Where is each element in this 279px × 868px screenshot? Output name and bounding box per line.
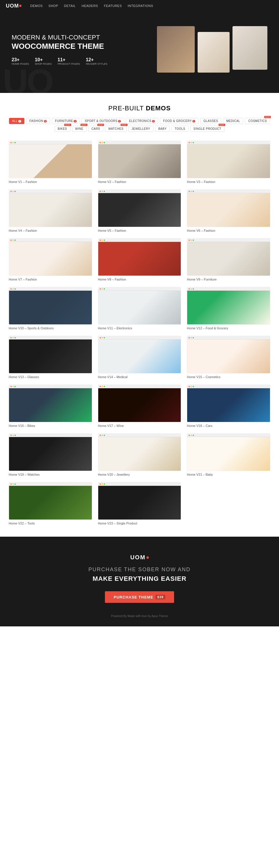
demo-grid: Home V1 – FashionHome V2 – FashionHome V… bbox=[9, 141, 270, 525]
demo-label: Home V14 – Medical bbox=[98, 375, 182, 379]
demo-item: Home V10 – Sports & Outdoors bbox=[9, 287, 92, 330]
hero-line2: WOOCOMMERCE THEME bbox=[11, 41, 108, 52]
demo-thumbnail[interactable] bbox=[9, 336, 92, 373]
browser-bar bbox=[187, 385, 270, 388]
demo-item: Home V7 – Fashion bbox=[9, 238, 92, 281]
demo-item: Home V20 – Jewellery bbox=[98, 433, 182, 476]
demo-thumbnail[interactable] bbox=[98, 433, 182, 471]
hero-text: MODERN & MULTI-CONCEPT WOOCOMMERCE THEME… bbox=[11, 33, 108, 65]
demos-title: PRE-BUILT DEMOS bbox=[9, 104, 270, 112]
demo-thumbnail[interactable] bbox=[98, 336, 182, 373]
demo-thumbnail[interactable] bbox=[98, 384, 182, 422]
demo-thumbnail[interactable] bbox=[187, 141, 270, 178]
filter-tab-cosmetics[interactable]: COSMETICSNew! bbox=[245, 118, 270, 124]
nav-item-shop[interactable]: SHOP bbox=[49, 4, 58, 7]
nav-menu: DEMOSSHOPDETAILHEADERSFEATURESINTEGRATIO… bbox=[30, 4, 153, 7]
demo-item: Home V11 – Electronics bbox=[98, 287, 182, 330]
demo-thumbnail[interactable] bbox=[187, 433, 270, 471]
demo-label: Home V9 – Furniture bbox=[187, 278, 270, 281]
demo-thumbnail[interactable] bbox=[187, 238, 270, 276]
demo-item: Home V23 – Single Product bbox=[98, 482, 182, 525]
demo-thumbnail[interactable] bbox=[9, 238, 92, 276]
purchase-btn-price: $39 bbox=[156, 595, 165, 599]
demo-thumbnail[interactable] bbox=[187, 189, 270, 227]
filter-tab-all[interactable]: ALL9 bbox=[9, 118, 25, 124]
demo-item: Home V14 – Medical bbox=[98, 336, 182, 379]
footer-logo-dot bbox=[146, 556, 149, 559]
hero-line1: MODERN & MULTI-CONCEPT bbox=[11, 33, 108, 42]
hero-section: MODERN & MULTI-CONCEPT WOOCOMMERCE THEME… bbox=[0, 11, 279, 93]
purchase-btn-label: PURCHASE THEME bbox=[114, 595, 153, 599]
demo-thumbnail[interactable] bbox=[98, 287, 182, 325]
browser-bar bbox=[9, 287, 92, 291]
demo-thumbnail[interactable] bbox=[9, 189, 92, 227]
filter-tab-sport-&-outdoors[interactable]: SPORT & OUTDOORS2 bbox=[82, 118, 124, 124]
footer-tagline: PURCHASE THE SOBER NOW AND bbox=[11, 566, 268, 573]
demo-label: Home V11 – Electronics bbox=[98, 327, 182, 330]
filter-tab-fashion[interactable]: FASHION4 bbox=[26, 118, 50, 124]
filter-tab-watches[interactable]: WATCHESNew! bbox=[105, 126, 127, 132]
nav-item-demos[interactable]: DEMOS bbox=[30, 4, 43, 7]
filter-tab-single-product[interactable]: SINGLE PRODUCTNew! bbox=[190, 126, 225, 132]
demo-thumbnail[interactable] bbox=[98, 141, 182, 178]
browser-bar bbox=[187, 141, 270, 144]
demo-label: Home V3 – Fashion bbox=[187, 180, 270, 184]
filter-tab-glasses[interactable]: GLASSES bbox=[200, 118, 221, 124]
footer-tagline2: MAKE EVERYTHING EASIER bbox=[11, 575, 268, 583]
filter-tab-cars[interactable]: CARSNew! bbox=[88, 126, 104, 132]
browser-bar bbox=[187, 239, 270, 242]
demo-label: Home V8 – Fashion bbox=[98, 278, 182, 281]
footer-bottom-text: Powered By Made with love by Apus Theme bbox=[11, 615, 268, 618]
filter-tab-food-&-grocery[interactable]: FOOD & GROCERY1 bbox=[160, 118, 198, 124]
nav-item-headers[interactable]: HEADERS bbox=[82, 4, 98, 7]
browser-bar bbox=[98, 287, 181, 291]
demo-thumbnail[interactable] bbox=[187, 384, 270, 422]
demo-thumbnail[interactable] bbox=[98, 238, 182, 276]
demo-thumbnail[interactable] bbox=[9, 433, 92, 471]
demo-item: Home V17 – Wine bbox=[98, 384, 182, 428]
demo-thumbnail[interactable] bbox=[98, 482, 182, 520]
demo-item: Home V13 – Glasses bbox=[9, 336, 92, 379]
hero-stats: 23+HOME PAGES10+SHOP PAGES11+PRODUCT PAG… bbox=[11, 57, 108, 65]
nav-item-integrations[interactable]: INTEGRATIONS bbox=[128, 4, 153, 7]
browser-bar bbox=[98, 385, 181, 388]
demo-thumbnail[interactable] bbox=[9, 287, 92, 325]
demo-item: Home V9 – Furniture bbox=[187, 238, 270, 281]
filter-tab-wine[interactable]: WINENew! bbox=[72, 126, 87, 132]
demo-thumbnail[interactable] bbox=[187, 287, 270, 325]
filter-tab-medical[interactable]: MEDICAL bbox=[223, 118, 243, 124]
demo-item: Home V2 – Fashion bbox=[98, 141, 182, 184]
demo-label: Home V19 – Watches bbox=[9, 473, 92, 476]
browser-bar bbox=[98, 141, 181, 144]
demo-item: Home V6 – Fashion bbox=[187, 189, 270, 232]
filter-tab-tools[interactable]: TOOLS bbox=[171, 126, 188, 132]
demo-label: Home V22 – Tools bbox=[9, 522, 92, 525]
browser-bar bbox=[187, 190, 270, 193]
filter-tab-bikes[interactable]: BIKESNew! bbox=[55, 126, 70, 132]
nav-item-features[interactable]: FEATURES bbox=[104, 4, 122, 7]
hero-stat: 23+HOME PAGES bbox=[11, 57, 29, 65]
filter-tab-electronics[interactable]: ELECTRONICS1 bbox=[126, 118, 158, 124]
purchase-theme-button[interactable]: PURCHASE THEME $39 bbox=[105, 591, 174, 603]
hero-image-2 bbox=[198, 32, 230, 72]
demo-thumbnail[interactable] bbox=[9, 384, 92, 422]
demo-label: Home V7 – Fashion bbox=[9, 278, 92, 281]
demo-thumbnail[interactable] bbox=[9, 482, 92, 520]
demo-label: Home V16 – Bikes bbox=[9, 424, 92, 428]
filter-tab-baby[interactable]: BABY bbox=[155, 126, 170, 132]
browser-bar bbox=[98, 239, 181, 242]
demo-thumbnail[interactable] bbox=[98, 189, 182, 227]
filter-tab-furniture[interactable]: FURNITURE2 bbox=[52, 118, 80, 124]
filter-tab-jewellery[interactable]: JEWELLERY bbox=[129, 126, 154, 132]
demo-item: Home V19 – Watches bbox=[9, 433, 92, 476]
nav-item-detail[interactable]: DETAIL bbox=[64, 4, 76, 7]
footer-logo: UOM bbox=[11, 554, 268, 561]
demo-thumbnail[interactable] bbox=[187, 336, 270, 373]
browser-bar bbox=[9, 239, 92, 242]
demo-thumbnail[interactable] bbox=[9, 141, 92, 178]
demo-label: Home V10 – Sports & Outdoors bbox=[9, 327, 92, 330]
demo-item: Home V4 – Fashion bbox=[9, 189, 92, 232]
hero-stat: 12+HEADER STYLES bbox=[86, 57, 108, 65]
logo[interactable]: UOM bbox=[6, 3, 22, 9]
browser-bar bbox=[98, 190, 181, 193]
